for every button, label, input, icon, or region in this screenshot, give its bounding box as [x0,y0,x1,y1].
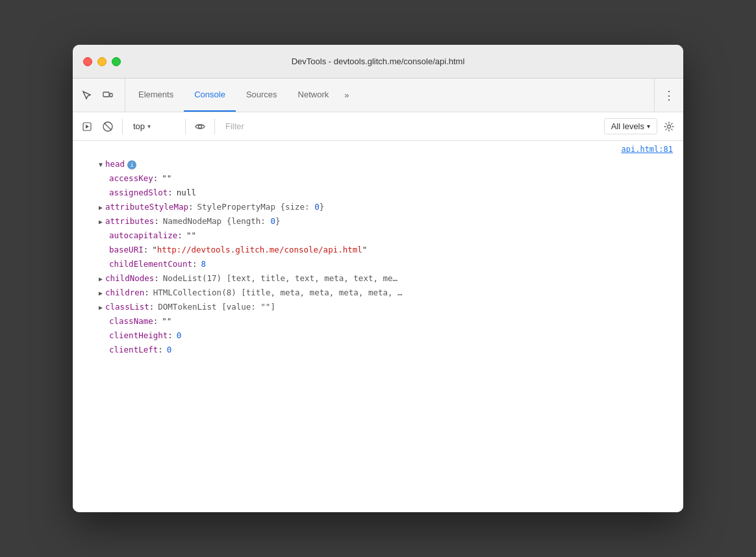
head-info-badge[interactable]: i [127,160,136,169]
devtools-menu-button[interactable]: ⋮ [660,86,678,105]
minimize-button[interactable] [97,57,107,66]
svg-line-5 [105,123,112,130]
file-reference[interactable]: api.html:81 [73,141,683,157]
prop-accessKey: accessKey : "" [73,171,683,186]
children-expand[interactable] [99,288,103,299]
prop-assignedSlot: assignedSlot : null [73,186,683,200]
svg-marker-3 [86,125,89,129]
toolbar-separator-2 [185,119,186,134]
prop-children[interactable]: children : HTMLCollection(8) [title, met… [73,286,683,300]
tab-left-controls [78,79,125,112]
svg-rect-1 [110,93,112,97]
tab-console[interactable]: Console [184,79,236,112]
svg-point-7 [668,125,671,128]
toolbar-separator-1 [122,119,123,134]
prop-className: className : "" [73,314,683,328]
titlebar: DevTools - devtools.glitch.me/console/ap… [73,45,683,79]
head-expand-arrow[interactable] [99,160,103,170]
context-selector-arrow: ▾ [147,123,151,130]
tabs: Elements Console Sources Network » [128,79,654,112]
execute-context-button[interactable] [78,118,96,136]
close-button[interactable] [83,57,92,66]
inspect-element-button[interactable] [78,86,96,105]
devtools-window: DevTools - devtools.glitch.me/console/ap… [73,45,683,512]
maximize-button[interactable] [112,57,121,66]
console-content: api.html:81 head i accessKey : "" assign… [73,141,683,512]
tab-more-button[interactable]: » [339,79,354,112]
window-title: DevTools - devtools.glitch.me/console/ap… [292,56,465,66]
prop-autocapitalize: autocapitalize : "" [73,229,683,243]
prop-baseURI: baseURI : "http://devtools.glitch.me/con… [73,243,683,257]
tab-network[interactable]: Network [288,79,340,112]
svg-point-6 [199,125,202,128]
console-toolbar: top ▾ All levels ▾ [73,112,683,141]
filter-input[interactable] [220,119,601,134]
attributes-expand[interactable] [99,217,103,227]
prop-childNodes[interactable]: childNodes : NodeList(17) [text, title, … [73,271,683,286]
prop-attributeStyleMap[interactable]: attributeStyleMap : StylePropertyMap {si… [73,200,683,214]
device-toolbar-button[interactable] [99,86,117,105]
clear-console-button[interactable] [99,118,117,136]
svg-rect-0 [103,92,109,97]
prop-classList[interactable]: classList : DOMTokenList [value: ""] [73,300,683,314]
prop-clientHeight: clientHeight : 0 [73,328,683,343]
toolbar-separator-3 [214,119,215,134]
console-settings-button[interactable] [660,118,678,136]
tab-elements[interactable]: Elements [128,79,184,112]
attributeStyleMap-expand[interactable] [99,203,103,213]
prop-attributes[interactable]: attributes : NamedNodeMap {length: 0 } [73,214,683,229]
prop-childElementCount: childElementCount : 8 [73,257,683,271]
live-expressions-button[interactable] [191,118,209,136]
traffic-lights [83,57,121,66]
head-label: head [105,158,125,171]
tab-right-controls: ⋮ [654,79,678,112]
childNodes-expand[interactable] [99,274,103,284]
tab-sources[interactable]: Sources [236,79,288,112]
log-levels-button[interactable]: All levels ▾ [604,118,657,134]
head-object-line[interactable]: head i [73,157,683,171]
context-selector[interactable]: top ▾ [128,119,180,134]
classList-expand[interactable] [99,303,103,313]
prop-clientLeft: clientLeft : 0 [73,343,683,357]
tabbar: Elements Console Sources Network » ⋮ [73,79,683,112]
